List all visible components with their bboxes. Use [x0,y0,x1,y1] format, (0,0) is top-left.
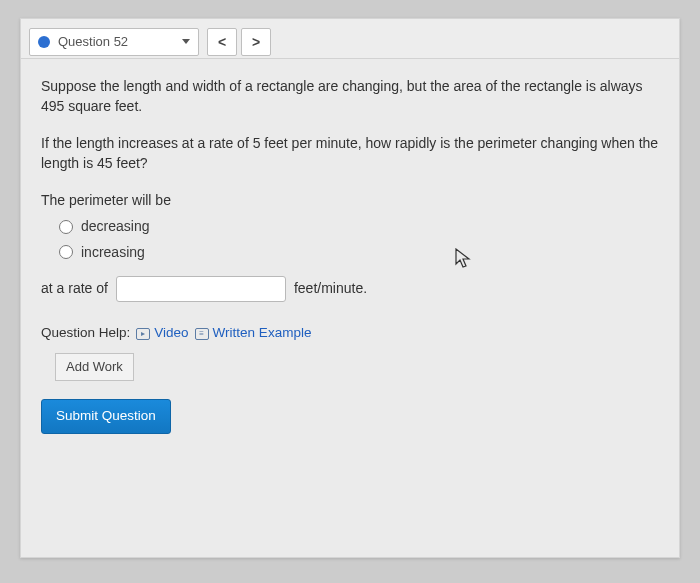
radio-decreasing[interactable] [59,220,73,234]
nav-group: < > [207,28,271,56]
problem-paragraph-1: Suppose the length and width of a rectan… [41,77,659,116]
video-icon: ▸ [136,328,150,340]
caret-down-icon [182,39,190,44]
written-example-label: Written Example [213,324,312,343]
help-label: Question Help: [41,324,130,343]
question-selector[interactable]: Question 52 [29,28,199,56]
perimeter-lead: The perimeter will be [41,191,659,211]
help-row: Question Help: ▸ Video ≡ Written Example [41,324,659,343]
next-button[interactable]: > [241,28,271,56]
question-label: Question 52 [58,34,128,49]
question-content: Suppose the length and width of a rectan… [21,59,679,452]
status-dot-icon [38,36,50,48]
option-increasing[interactable]: increasing [59,243,659,263]
options-group: decreasing increasing [59,217,659,262]
rate-prefix: at a rate of [41,279,108,299]
add-work-button[interactable]: Add Work [55,353,134,381]
option-decreasing[interactable]: decreasing [59,217,659,237]
document-icon: ≡ [195,328,209,340]
video-link[interactable]: ▸ Video [136,324,188,343]
topbar: Question 52 < > [21,19,679,59]
rate-row: at a rate of feet/minute. [41,276,659,302]
video-link-label: Video [154,324,188,343]
submit-button[interactable]: Submit Question [41,399,171,434]
written-example-link[interactable]: ≡ Written Example [195,324,312,343]
option-increasing-label: increasing [81,243,145,263]
prev-button[interactable]: < [207,28,237,56]
option-decreasing-label: decreasing [81,217,150,237]
radio-increasing[interactable] [59,245,73,259]
question-panel: Question 52 < > Suppose the length and w… [20,18,680,558]
rate-unit: feet/minute. [294,279,367,299]
rate-input[interactable] [116,276,286,302]
problem-paragraph-2: If the length increases at a rate of 5 f… [41,134,659,173]
